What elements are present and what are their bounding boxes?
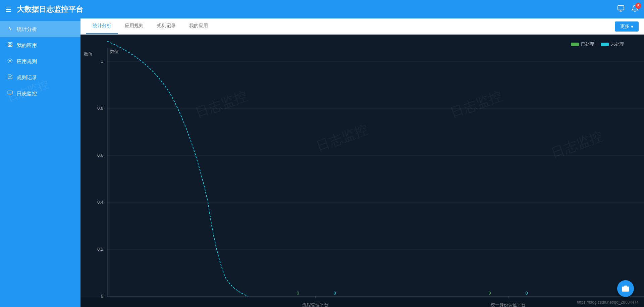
svg-text:0: 0 xyxy=(525,291,528,296)
chart-icon xyxy=(7,26,13,33)
tab-myapp[interactable]: 我的应用 xyxy=(182,18,215,34)
svg-text:0: 0 xyxy=(297,291,299,296)
svg-point-5 xyxy=(9,60,11,61)
sidebar-label-guizejilu: 规则记录 xyxy=(17,74,37,81)
svg-text:0.4: 0.4 xyxy=(97,200,103,205)
svg-text:0.2: 0.2 xyxy=(97,247,103,252)
svg-rect-2 xyxy=(10,43,12,44)
svg-text:数值: 数值 xyxy=(110,49,119,54)
chevron-down-icon: ▾ xyxy=(631,24,633,29)
svg-text:0: 0 xyxy=(488,291,491,296)
sidebar-label-appguize: 应用规则 xyxy=(17,58,37,65)
svg-rect-4 xyxy=(10,45,12,47)
more-button[interactable]: 更多 ▾ xyxy=(615,21,639,32)
record-icon xyxy=(7,74,13,81)
app-title: 大数据日志监控平台 xyxy=(17,4,617,14)
sidebar-item-guizejilu[interactable]: 规则记录 xyxy=(0,69,80,86)
screen-icon[interactable] xyxy=(617,5,625,14)
svg-text:0: 0 xyxy=(333,291,336,296)
chart-area: 已处理 未处理 数值 日志监控 日志监控 日志监控 日志监控 xyxy=(80,35,644,307)
svg-rect-1 xyxy=(8,43,10,44)
notification-icon[interactable]: 5 xyxy=(631,5,639,14)
sidebar-item-appguize[interactable]: 应用规则 xyxy=(0,53,80,69)
svg-rect-0 xyxy=(618,6,624,10)
svg-rect-3 xyxy=(8,45,10,47)
sidebar: 统计分析 我的应用 应用规则 规则记录 日志监控 日志监控 xyxy=(0,18,80,307)
svg-text:1: 1 xyxy=(101,59,103,64)
app-header: ☰ 大数据日志监控平台 5 xyxy=(0,0,644,18)
footer-url-bar: https://blog.csdn.net/qq_28604474 xyxy=(80,298,644,307)
sidebar-label-rizhi: 日志监控 xyxy=(17,91,37,97)
chart-svg: 1 0.8 0.6 0.4 0.2 0 0 0 0 0 流程管理平台 xyxy=(80,35,644,307)
notification-badge: 5 xyxy=(635,3,641,9)
sidebar-item-myapp[interactable]: 我的应用 xyxy=(0,37,80,53)
tab-appguize[interactable]: 应用规则 xyxy=(118,18,150,34)
header-icons: 5 xyxy=(617,5,639,14)
svg-text:0.6: 0.6 xyxy=(97,153,103,158)
main-content: 统计分析 应用规则 规则记录 我的应用 更多 ▾ 已处理 xyxy=(80,18,644,307)
sidebar-item-rizhi[interactable]: 日志监控 xyxy=(0,86,80,102)
sidebar-label-myapp: 我的应用 xyxy=(17,42,37,49)
monitor-icon xyxy=(7,90,13,97)
svg-text:0.8: 0.8 xyxy=(97,106,103,111)
tab-tongji[interactable]: 统计分析 xyxy=(86,18,118,34)
sidebar-item-tongji[interactable]: 统计分析 xyxy=(0,21,80,37)
svg-point-31 xyxy=(624,288,627,290)
menu-icon[interactable]: ☰ xyxy=(5,5,11,13)
sidebar-label-tongji: 统计分析 xyxy=(17,26,37,33)
tab-guizejilu[interactable]: 规则记录 xyxy=(150,18,182,34)
main-layout: 统计分析 我的应用 应用规则 规则记录 日志监控 日志监控 xyxy=(0,18,644,307)
apps-icon xyxy=(7,42,13,49)
camera-fab[interactable] xyxy=(617,280,634,297)
svg-rect-6 xyxy=(8,91,12,94)
footer-url: https://blog.csdn.net/qq_28604474 xyxy=(577,300,639,305)
rule-icon xyxy=(7,58,13,65)
tabbar: 统计分析 应用规则 规则记录 我的应用 更多 ▾ xyxy=(80,18,644,35)
